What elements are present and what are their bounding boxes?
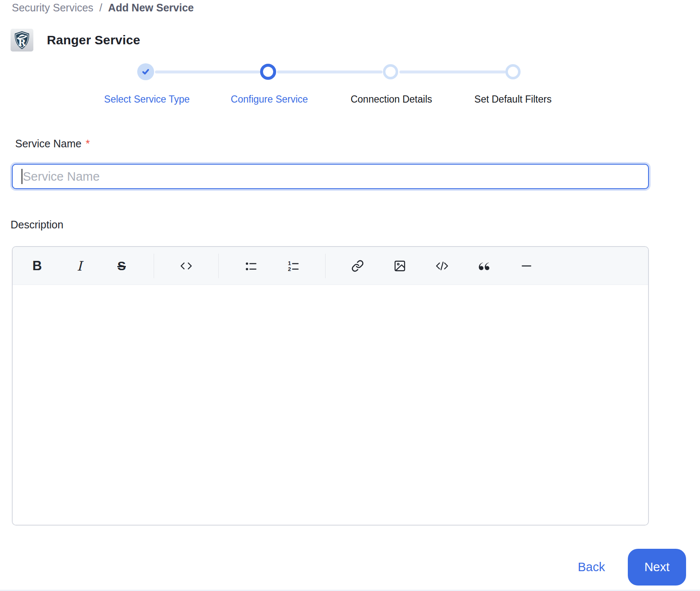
breadcrumb: Security Services / Add New Service	[12, 2, 194, 14]
service-title-row: R Ranger Service	[11, 29, 140, 52]
svg-text:1: 1	[288, 260, 291, 266]
strikethrough-button[interactable]: S	[111, 256, 132, 276]
step-set-default-filters-circle[interactable]	[505, 64, 521, 79]
italic-icon: I	[77, 258, 82, 274]
page-title: Ranger Service	[47, 33, 140, 47]
horizontal-rule-button[interactable]	[516, 256, 537, 276]
image-icon	[393, 260, 406, 272]
toolbar-divider	[154, 254, 154, 278]
service-name-input[interactable]	[12, 164, 649, 189]
wizard-footer-actions: Back Next	[578, 549, 686, 586]
step-select-service-type-circle[interactable]	[137, 63, 154, 80]
stepper-connector	[155, 70, 260, 73]
check-icon	[141, 67, 150, 76]
blockquote-button[interactable]	[474, 256, 494, 276]
ordered-list-button[interactable]: 1 2	[283, 256, 303, 276]
step-configure-service-circle[interactable]	[260, 64, 276, 80]
breadcrumb-separator: /	[99, 2, 102, 14]
code-block-button[interactable]	[432, 256, 452, 276]
image-button[interactable]	[390, 256, 410, 276]
breadcrumb-security-services[interactable]: Security Services	[12, 2, 93, 14]
bullet-list-button[interactable]	[241, 256, 261, 276]
link-button[interactable]	[347, 256, 368, 276]
description-text-area[interactable]	[13, 285, 648, 526]
stepper-connector	[399, 70, 506, 73]
code-block-icon	[435, 260, 449, 272]
bold-icon: B	[33, 258, 42, 274]
ordered-list-icon: 1 2	[287, 260, 299, 272]
svg-text:2: 2	[288, 266, 291, 272]
wizard-stepper: Select Service Type Configure Service Co…	[84, 63, 574, 106]
toolbar-divider	[325, 254, 326, 278]
required-asterisk: *	[86, 138, 90, 150]
blockquote-icon	[478, 260, 491, 272]
description-label: Description	[11, 219, 63, 231]
stepper-labels: Select Service Type Configure Service Co…	[84, 94, 574, 106]
step-label-set-default-filters[interactable]: Set Default Filters	[475, 94, 552, 105]
add-new-service-page: Security Services / Add New Service R Ra…	[0, 0, 700, 591]
back-button[interactable]: Back	[578, 560, 605, 574]
step-label-select-service-type[interactable]: Select Service Type	[104, 94, 190, 105]
step-label-configure-service[interactable]: Configure Service	[231, 94, 308, 105]
inline-code-button[interactable]	[176, 256, 196, 276]
inline-code-icon	[179, 260, 193, 272]
italic-button[interactable]: I	[69, 256, 90, 276]
stepper-circles	[84, 63, 574, 80]
strikethrough-icon: S	[117, 259, 126, 273]
toolbar-divider	[218, 254, 219, 278]
description-rich-text-editor: B I S 1	[12, 246, 649, 526]
link-icon	[351, 260, 364, 272]
horizontal-rule-icon	[520, 260, 533, 272]
breadcrumb-add-new-service: Add New Service	[108, 2, 194, 14]
bold-button[interactable]: B	[27, 256, 47, 276]
next-button[interactable]: Next	[628, 549, 686, 586]
service-name-label-text: Service Name	[15, 138, 81, 150]
bullet-list-icon	[244, 260, 257, 272]
stepper-connector	[277, 70, 383, 73]
svg-text:R: R	[18, 37, 26, 48]
editor-toolbar: B I S 1	[13, 247, 648, 285]
service-name-label: Service Name *	[15, 138, 90, 150]
step-label-connection-details[interactable]: Connection Details	[350, 94, 432, 105]
step-connection-details-circle[interactable]	[383, 64, 398, 79]
ranger-shield-logo: R	[11, 29, 33, 52]
